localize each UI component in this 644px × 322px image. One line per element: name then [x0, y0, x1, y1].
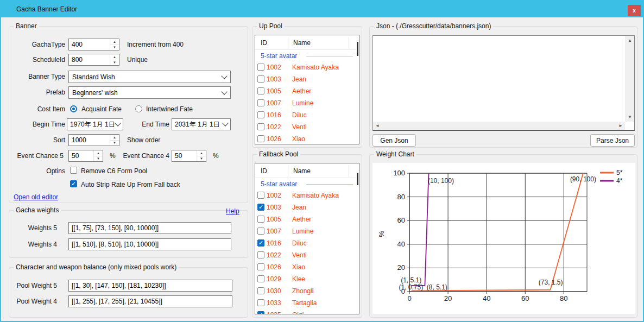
- list-item[interactable]: 1026Xiao: [255, 261, 359, 273]
- json-horizontal-scrollbar[interactable]: ◄ ►: [373, 122, 625, 130]
- list-item[interactable]: 1030Zhongli: [255, 285, 359, 297]
- titlebar[interactable]: Gacha Banner Editor x: [1, 1, 643, 17]
- list-item[interactable]: 1026Xiao: [255, 133, 359, 144]
- spin-down-icon[interactable]: ▼: [94, 156, 103, 162]
- spin-up-icon[interactable]: ▲: [94, 150, 103, 156]
- up-pool-list[interactable]: IDName5-star avatar1002Kamisato Ayaka100…: [255, 35, 359, 144]
- weight-chart-group-label: Weight Chart: [374, 150, 416, 158]
- item-checkbox[interactable]: [257, 192, 264, 199]
- balance-group: Character and weapon balance (only mixed…: [9, 267, 248, 318]
- prefab-select[interactable]: Beginners' wish: [68, 86, 231, 99]
- list-item[interactable]: 1033Tartaglia: [255, 297, 359, 309]
- item-checkbox[interactable]: [257, 75, 264, 83]
- item-name: Jean: [292, 73, 306, 85]
- list-item[interactable]: 1007Lumine: [255, 97, 359, 109]
- spin-down-icon[interactable]: ▼: [110, 45, 119, 50]
- item-checkbox[interactable]: [257, 299, 264, 306]
- weights-5-input[interactable]: [[1, 75], [73, 150], [90, 10000]]: [68, 222, 231, 234]
- close-button[interactable]: x: [628, 5, 641, 16]
- item-checkbox[interactable]: [257, 204, 264, 211]
- item-id: 1033: [267, 297, 281, 309]
- item-checkbox[interactable]: [257, 216, 264, 223]
- item-id: 1026: [267, 261, 281, 273]
- begin-time-picker[interactable]: 1970年 1月 1日: [67, 118, 123, 130]
- gen-json-button[interactable]: Gen Json: [372, 134, 416, 147]
- pool-weight-4-label: Pool Weight 4: [9, 298, 57, 305]
- list-item[interactable]: 1005Aether: [255, 213, 359, 225]
- remove-c6-checkbox[interactable]: [70, 167, 77, 174]
- item-checkbox[interactable]: [257, 239, 264, 247]
- spin-down-icon[interactable]: ▼: [197, 156, 206, 162]
- item-id: 1016: [267, 109, 281, 121]
- column-header-name[interactable]: Name: [293, 39, 311, 47]
- item-checkbox[interactable]: [257, 287, 264, 294]
- list-item[interactable]: 1035Qiqi: [255, 309, 359, 314]
- item-checkbox[interactable]: [257, 99, 264, 106]
- list-item[interactable]: 1007Lumine: [255, 225, 359, 237]
- open-old-editor-link[interactable]: Open old editor: [14, 193, 58, 201]
- scroll-left-icon[interactable]: ◄: [375, 123, 380, 128]
- balance-group-label: Character and weapon balance (only mixed…: [14, 263, 179, 271]
- list-scrollbar-thumb[interactable]: [357, 173, 358, 185]
- weights-4-input[interactable]: [[1, 510], [8, 510], [10, 10000]]: [68, 238, 231, 250]
- spin-up-icon[interactable]: ▲: [110, 135, 119, 141]
- list-item[interactable]: 1002Kamisato Ayaka: [255, 190, 359, 201]
- item-checkbox[interactable]: [257, 228, 264, 235]
- list-item[interactable]: 1005Aether: [255, 85, 359, 97]
- banner-type-select[interactable]: Standard Wish: [68, 71, 231, 83]
- json-textarea-content[interactable]: [373, 36, 625, 122]
- x-tick-label: 60: [521, 294, 529, 302]
- help-link[interactable]: Help: [226, 207, 239, 215]
- scroll-up-icon[interactable]: ▲: [628, 38, 632, 43]
- spin-up-icon[interactable]: ▲: [110, 39, 119, 45]
- gachatype-input[interactable]: 400 ▲▼: [68, 39, 119, 50]
- item-id: 1003: [267, 73, 281, 85]
- item-checkbox[interactable]: [257, 263, 264, 270]
- fallback-pool-group-label: Fallback Pool: [257, 150, 300, 158]
- scroll-down-icon[interactable]: ▼: [628, 115, 632, 119]
- column-separator: [288, 37, 288, 48]
- weights-4-label: Weights 4: [9, 241, 57, 248]
- spin-up-icon[interactable]: ▲: [110, 54, 119, 60]
- parse-json-button[interactable]: Parse Json: [590, 134, 635, 147]
- list-scrollbar-thumb[interactable]: [357, 42, 358, 56]
- column-header-id[interactable]: ID: [261, 167, 267, 175]
- item-checkbox[interactable]: [257, 123, 264, 130]
- json-textarea[interactable]: ▲ ▼ ◄ ►: [372, 35, 635, 131]
- item-checkbox[interactable]: [257, 251, 264, 258]
- item-checkbox[interactable]: [257, 275, 264, 282]
- list-item[interactable]: 1022Venti: [255, 121, 359, 133]
- scroll-right-icon[interactable]: ►: [618, 123, 623, 128]
- list-item[interactable]: 1016Diluc: [255, 237, 359, 249]
- pool-weight-4-input[interactable]: [[1, 255], [17, 255], [21, 10455]]: [68, 295, 232, 307]
- spin-up-icon[interactable]: ▲: [197, 150, 206, 156]
- event-chance-5-input[interactable]: 50 ▲▼: [68, 150, 103, 162]
- list-item[interactable]: 1029Klee: [255, 273, 359, 285]
- spin-down-icon[interactable]: ▼: [110, 141, 119, 146]
- item-checkbox[interactable]: [257, 111, 264, 118]
- sort-input[interactable]: 1000 ▲▼: [68, 134, 119, 146]
- item-checkbox[interactable]: [257, 64, 264, 71]
- pool-weight-5-input[interactable]: [[1, 30], [147, 150], [181, 10230]]: [68, 280, 232, 292]
- spin-down-icon[interactable]: ▼: [110, 60, 119, 66]
- list-item[interactable]: 1016Diluc: [255, 109, 359, 121]
- column-header-name[interactable]: Name: [293, 167, 311, 175]
- acquaint-fate-radio[interactable]: [70, 105, 77, 112]
- fallback-pool-list[interactable]: IDName5-star avatar1002Kamisato Ayaka100…: [255, 163, 359, 314]
- item-checkbox[interactable]: [257, 311, 264, 314]
- list-item[interactable]: 1022Venti: [255, 249, 359, 261]
- event-chance-4-input[interactable]: 50 ▲▼: [172, 150, 206, 162]
- item-checkbox[interactable]: [257, 87, 264, 94]
- auto-strip-checkbox[interactable]: [70, 180, 77, 187]
- end-time-picker[interactable]: 2031年 1月 1日: [172, 118, 231, 130]
- column-header-id[interactable]: ID: [261, 39, 267, 47]
- list-item[interactable]: 1003Jean: [255, 73, 359, 85]
- close-icon: x: [633, 8, 636, 14]
- item-id: 1030: [267, 285, 281, 297]
- item-checkbox[interactable]: [257, 135, 264, 142]
- list-item[interactable]: 1002Kamisato Ayaka: [255, 61, 359, 73]
- json-vertical-scrollbar[interactable]: ▲ ▼: [625, 36, 634, 122]
- list-item[interactable]: 1003Jean: [255, 201, 359, 213]
- scheduleid-input[interactable]: 800 ▲▼: [68, 54, 119, 66]
- intertwined-fate-radio[interactable]: [135, 105, 142, 112]
